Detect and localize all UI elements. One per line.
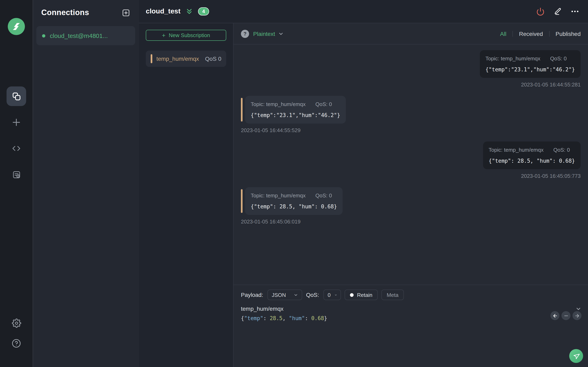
message-qos: QoS: 0 <box>553 147 570 153</box>
view-mode-dropdown[interactable]: Plaintext <box>253 30 275 37</box>
minus-icon <box>563 313 569 318</box>
qos-label: QoS: <box>306 292 319 298</box>
topic-input[interactable]: temp_hum/emqx <box>241 305 284 312</box>
payload-format-select[interactable]: JSON <box>268 290 302 300</box>
connection-status-dot <box>42 34 45 37</box>
composer-payload[interactable]: {"temp": 28.5, "hum": 0.68} <box>233 312 588 321</box>
ellipsis-icon <box>571 7 579 16</box>
edit-connection-button[interactable] <box>554 7 562 16</box>
new-subscription-label: New Subscription <box>169 32 210 38</box>
payload-help-icon[interactable]: ? <box>241 30 249 38</box>
connections-icon <box>11 91 21 101</box>
composer-toolbar: Payload: JSON QoS: 0 Retain <box>233 285 588 300</box>
message-card: Topic: temp_hum/emqx QoS: 0 {"temp":"23.… <box>245 96 346 124</box>
subscription-item[interactable]: temp_hum/emqx QoS 0 <box>146 50 226 67</box>
send-button[interactable] <box>569 349 583 363</box>
arrow-right-icon <box>574 313 580 318</box>
message-qos: QoS: 0 <box>315 101 332 107</box>
message-topic: Topic: temp_hum/emqx <box>485 55 540 62</box>
message-timestamp: 2023-01-05 16:45:06:019 <box>241 218 301 225</box>
mqttx-logo <box>8 18 25 35</box>
subscriptions-panel: + New Subscription temp_hum/emqx QoS 0 <box>139 23 233 367</box>
connections-title: Connections <box>41 8 89 17</box>
message-timestamp: 2023-01-05 16:45:05:773 <box>521 173 581 179</box>
app-window: Connections cloud_test@m4801... cloud_te… <box>0 0 588 367</box>
message-qos: QoS: 0 <box>550 55 567 62</box>
publish-composer: Payload: JSON QoS: 0 Retain <box>233 285 588 367</box>
meta-label: Meta <box>387 292 398 298</box>
connections-panel: Connections cloud_test@m4801... <box>33 0 139 367</box>
topic-color-bar <box>151 54 152 63</box>
icon-rail <box>0 0 33 367</box>
qos-select[interactable]: 0 <box>324 290 341 300</box>
chevron-down-icon <box>294 292 298 297</box>
message-filters: All Received Published <box>500 30 581 37</box>
message-published: Topic: temp_hum/emqx QoS: 0 {"temp": 28.… <box>241 142 581 179</box>
messages-header: ? Plaintext All Received Published <box>233 23 588 44</box>
retain-dot-icon <box>350 293 354 297</box>
gear-icon <box>12 318 21 328</box>
help-circle-icon <box>11 338 21 348</box>
message-list[interactable]: Topic: temp_hum/emqx QoS: 0 {"temp":"23.… <box>233 44 588 285</box>
code-icon <box>11 143 21 153</box>
meta-button[interactable]: Meta <box>381 290 404 300</box>
message-payload: {"temp": 28.5, "hum": 0.68} <box>489 158 575 164</box>
prev-message-button[interactable] <box>550 311 559 320</box>
message-received: Topic: temp_hum/emqx QoS: 0 {"temp": 28.… <box>241 187 581 225</box>
connections-nav-button[interactable] <box>7 86 26 106</box>
log-icon <box>12 170 21 179</box>
help-button[interactable] <box>11 338 21 348</box>
new-subscription-button[interactable]: + New Subscription <box>146 30 226 41</box>
plus-icon <box>11 117 22 128</box>
chevron-down-icon <box>334 292 337 297</box>
chevron-down-icon[interactable] <box>278 31 284 36</box>
payload-format-value: JSON <box>272 292 286 298</box>
settings-button[interactable] <box>12 318 21 328</box>
message-card: Topic: temp_hum/emqx QoS: 0 {"temp": 28.… <box>483 142 581 169</box>
new-connection-nav-button[interactable] <box>7 113 26 132</box>
subscription-qos: QoS 0 <box>205 55 221 62</box>
more-options-button[interactable] <box>571 7 579 16</box>
message-timestamp: 2023-01-05 16:44:55:529 <box>241 127 301 133</box>
message-topic: Topic: temp_hum/emqx <box>489 147 544 153</box>
collapse-composer-icon[interactable] <box>575 306 581 312</box>
double-chevron-down-icon <box>185 8 193 15</box>
next-message-button[interactable] <box>572 311 581 320</box>
connection-name: cloud_test@m4801... <box>50 32 108 39</box>
script-nav-button[interactable] <box>7 139 26 158</box>
message-received: Topic: temp_hum/emqx QoS: 0 {"temp":"23.… <box>241 96 581 133</box>
power-icon <box>536 7 545 16</box>
log-nav-button[interactable] <box>7 165 26 184</box>
filter-published[interactable]: Published <box>555 30 581 37</box>
message-count-badge: 4 <box>198 7 209 16</box>
message-published: Topic: temp_hum/emqx QoS: 0 {"temp":"23.… <box>241 50 581 88</box>
topic-color-bar <box>241 189 242 213</box>
message-navigation <box>550 311 581 320</box>
topic-color-bar <box>241 98 242 122</box>
message-timestamp: 2023-01-05 16:44:55:281 <box>521 82 581 88</box>
disconnect-button[interactable] <box>536 7 545 16</box>
connection-title: cloud_test <box>146 7 181 16</box>
qos-value: 0 <box>328 292 330 298</box>
filter-received[interactable]: Received <box>519 30 543 37</box>
message-topic: Topic: temp_hum/emqx <box>251 101 306 107</box>
arrow-left-icon <box>552 313 558 318</box>
payload-format-label: Payload: <box>241 292 263 298</box>
message-payload: {"temp":"23.1","hum":"46.2"} <box>485 67 575 73</box>
subscription-topic: temp_hum/emqx <box>156 55 202 62</box>
rail-nav <box>7 86 26 184</box>
connection-topbar: cloud_test 4 <box>139 0 588 23</box>
edit-pencil-icon <box>554 7 562 16</box>
message-payload: {"temp": 28.5, "hum": 0.68} <box>251 203 337 210</box>
retain-label: Retain <box>357 292 372 298</box>
filter-all[interactable]: All <box>500 30 506 37</box>
main-area: cloud_test 4 <box>139 0 588 367</box>
mqttx-logo-mark <box>11 22 21 31</box>
retain-toggle[interactable]: Retain <box>345 290 378 300</box>
message-qos: QoS: 0 <box>315 192 332 199</box>
clear-message-button[interactable] <box>562 311 571 320</box>
collapse-panel-button[interactable] <box>185 8 193 15</box>
filter-separator <box>549 31 549 36</box>
connection-list-item[interactable]: cloud_test@m4801... <box>36 26 135 45</box>
add-connection-button[interactable] <box>121 8 130 17</box>
